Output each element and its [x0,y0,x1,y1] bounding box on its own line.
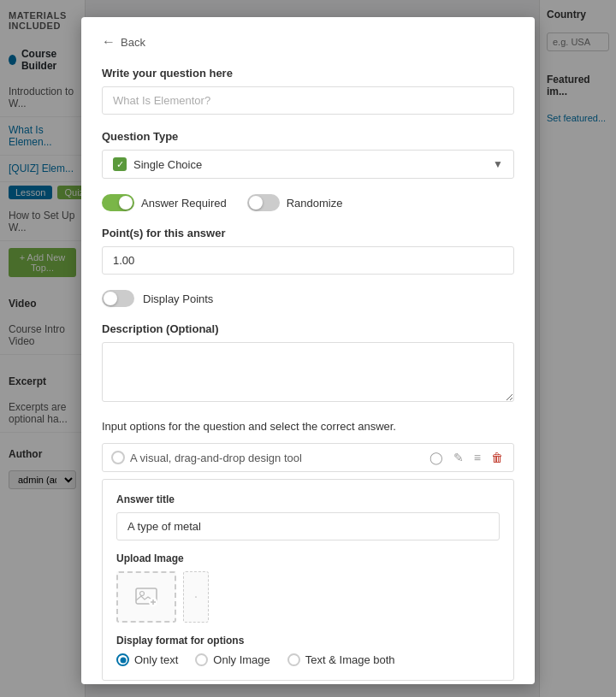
question-type-dropdown[interactable]: ✓ Single Choice ▼ [102,150,514,179]
format-only-image-label: Only Image [213,653,270,666]
question-label: Write your question here [102,67,514,80]
answer-option-icons: ◯ ✎ ≡ 🗑 [428,449,505,466]
display-format-label: Display format for options [116,635,500,647]
toggle-knob-2 [249,196,263,210]
format-only-text-radio[interactable] [116,653,129,666]
question-field-group: Write your question here [102,67,514,115]
answer-card: Answer title Upload Image [102,479,514,681]
display-points-label: Display Points [143,292,213,305]
answer-title-label: Answer title [116,493,500,505]
toggles-row: Answer Required Randomize [102,194,514,211]
modal-dialog: ← Back Write your question here Question… [81,17,535,684]
points-field-group: Point(s) for this answer [102,227,514,275]
answer-required-toggle-item: Answer Required [102,194,227,211]
format-only-image-radio[interactable] [195,653,208,666]
toggle-knob-3 [104,292,117,305]
chevron-down-icon: ▼ [493,158,503,170]
answer-required-toggle[interactable] [102,194,134,211]
points-input[interactable] [102,246,514,275]
edit-icon[interactable]: ✎ [452,449,465,466]
upload-area: · [116,571,500,623]
description-textarea[interactable] [102,342,514,402]
answer-required-label: Answer Required [141,197,227,210]
answer-title-input[interactable] [116,512,500,540]
description-label: Description (Optional) [102,322,514,335]
toggle-knob [119,196,133,210]
back-button[interactable]: ← Back [102,34,145,50]
format-text-image-label: Text & Image both [305,653,395,666]
radio-circle-icon [111,451,125,464]
radio-empty-icon[interactable]: ◯ [428,449,445,466]
upload-placeholder: · [183,571,209,623]
display-points-row: Display Points [102,290,514,307]
points-label: Point(s) for this answer [102,227,514,239]
format-only-text[interactable]: Only text [116,653,178,666]
randomize-toggle-item: Randomize [247,194,343,211]
format-options: Only text Only Image Text & Image both [116,653,500,666]
back-label: Back [121,36,145,49]
modal-overlay: ← Back Write your question here Question… [0,0,616,697]
randomize-toggle[interactable] [247,194,280,211]
checkbox-green-icon: ✓ [113,157,127,171]
answer-option-text: A visual, drag-and-drop design tool [130,452,423,464]
format-only-image[interactable]: Only Image [195,653,270,666]
svg-point-1 [140,592,145,596]
delete-icon[interactable]: 🗑 [489,449,505,466]
format-only-text-label: Only text [134,653,178,666]
upload-box[interactable] [116,571,176,623]
menu-icon[interactable]: ≡ [472,449,483,466]
image-upload-icon [134,585,158,609]
options-instruction: Input options for the question and selec… [102,420,514,433]
randomize-label: Randomize [287,197,343,210]
question-type-group: Question Type ✓ Single Choice ▼ [102,130,514,179]
display-points-toggle[interactable] [102,290,134,307]
question-input[interactable] [102,86,514,115]
question-type-label: Question Type [102,130,514,143]
answer-option-row: A visual, drag-and-drop design tool ◯ ✎ … [102,443,514,472]
back-arrow-icon: ← [102,34,116,50]
format-text-image-radio[interactable] [287,653,300,666]
description-field-group: Description (Optional) [102,322,514,405]
upload-image-label: Upload Image [116,552,500,564]
format-text-image-both[interactable]: Text & Image both [287,653,395,666]
options-section: Input options for the question and selec… [102,420,514,681]
question-type-value: Single Choice [133,158,202,171]
